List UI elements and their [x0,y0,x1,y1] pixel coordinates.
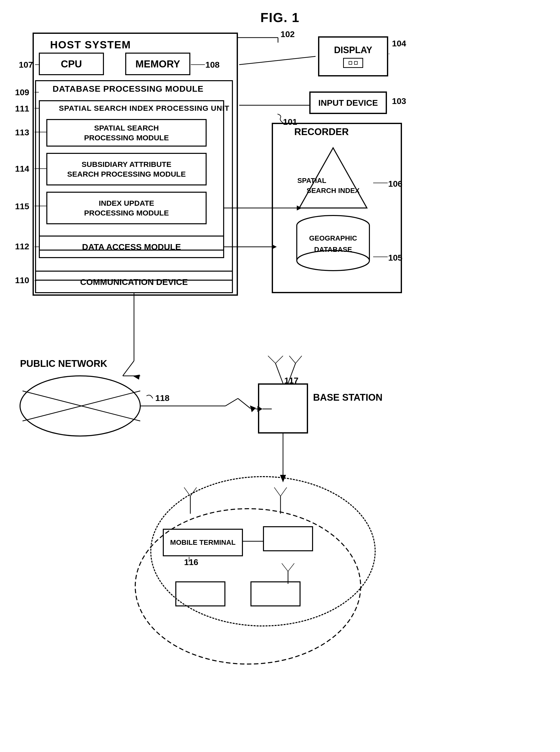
comm-device-box: COMMUNICATION DEVICE [35,271,233,293]
ref-112: 112 [15,242,29,251]
ref-103: 103 [392,96,406,106]
ref-107: 107 [19,60,33,70]
svg-line-23 [238,399,251,408]
svg-line-28 [276,356,283,363]
display-dot-1 [348,61,352,65]
data-access-label: DATA ACCESS MODULE [82,242,181,252]
db-processing-label: DATABASE PROCESSING MODULE [53,84,204,94]
input-device-text: INPUT DEVICE [318,98,378,108]
ref-109: 109 [15,88,29,97]
fig-title: FIG. 1 [260,10,300,25]
ref-102: 102 [280,29,295,39]
svg-line-17 [22,391,140,421]
public-network-ellipse [20,376,140,436]
line-to-display [239,56,316,65]
svg-line-19 [123,361,134,376]
subsidiary-module-label: SUBSIDIARY ATTRIBUTESEARCH PROCESSING MO… [67,159,185,179]
svg-line-29 [289,356,296,363]
display-box: DISPLAY [318,36,388,76]
recorder-box [272,123,402,293]
ref-111: 111 [15,104,29,113]
base-station-label: BASE STATION [313,392,382,403]
diagram: FIG. 1 HOST SYSTEM CPU MEMORY DATABASE P… [0,0,560,752]
display-screen [343,58,363,68]
spatial-search-module-label: SPATIAL SEARCHPROCESSING MODULE [84,123,169,142]
memory-label: MEMORY [136,58,180,70]
base-station-box [258,383,308,433]
ref-114: 114 [15,164,29,173]
ref-115: 115 [15,201,29,211]
display-dot-2 [354,61,358,65]
cpu-label: CPU [61,58,82,70]
arrow-to-network [133,374,140,380]
index-update-label: INDEX UPDATEPROCESSING MODULE [84,198,169,218]
ref-104: 104 [392,39,406,48]
data-access-box: DATA ACCESS MODULE [39,235,224,258]
svg-line-27 [268,356,276,363]
ref-113: 113 [15,128,29,137]
display-text: DISPLAY [334,45,373,55]
host-system-label: HOST SYSTEM [50,39,131,51]
spatial-search-module-box: SPATIAL SEARCHPROCESSING MODULE [46,119,207,147]
subsidiary-module-box: SUBSIDIARY ATTRIBUTESEARCH PROCESSING MO… [46,153,207,186]
memory-box: MEMORY [125,53,191,75]
svg-line-16 [22,391,140,421]
antenna-base-right [288,363,296,383]
antenna-base-left [276,363,283,383]
ref-118: 118 [155,393,169,403]
network-label: PUBLIC NETWORK [20,358,107,369]
cpu-box: CPU [39,53,104,75]
recorder-label: RECORDER [294,127,348,137]
index-update-box: INDEX UPDATEPROCESSING MODULE [46,192,207,224]
spatial-index-label: SPATIAL SEARCH INDEX PROCESSING UNIT [59,104,229,113]
svg-line-30 [296,356,302,363]
mobile-area [150,476,376,626]
comm-device-label: COMMUNICATION DEVICE [80,277,188,287]
arrow-to-base-station [250,405,256,412]
input-device-box: INPUT DEVICE [309,92,387,114]
svg-line-22 [225,399,238,406]
ref-110: 110 [15,275,29,285]
